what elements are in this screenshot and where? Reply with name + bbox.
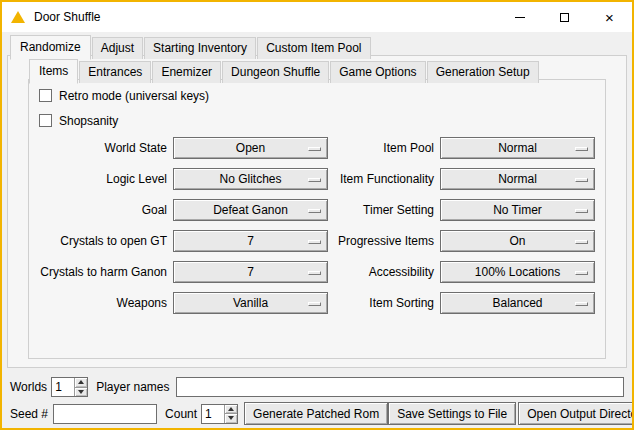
triangle-down-icon — [78, 390, 84, 394]
dropdown-indicator-icon — [308, 147, 321, 151]
maximize-button[interactable] — [542, 2, 587, 32]
spin-down-button[interactable] — [225, 413, 237, 423]
dropdown-indicator-icon — [308, 178, 321, 182]
seed-input[interactable] — [53, 404, 157, 424]
window-controls: × — [497, 2, 632, 32]
worlds-spinner[interactable] — [51, 377, 88, 397]
spin-up-button[interactable] — [225, 405, 237, 414]
item-sorting-dropdown[interactable]: Balanced — [440, 292, 595, 314]
player-names-input[interactable] — [176, 377, 625, 397]
crystals-gt-label: Crystals to open GT — [33, 230, 173, 252]
tab-custom-item-pool[interactable]: Custom Item Pool — [257, 37, 370, 59]
dropdown-indicator-icon — [575, 209, 588, 213]
dropdown-indicator-icon — [575, 240, 588, 244]
weapons-value: Vanilla — [233, 296, 268, 310]
close-icon: × — [605, 10, 614, 25]
tab-game-options[interactable]: Game Options — [330, 61, 425, 83]
item-sorting-label: Item Sorting — [328, 292, 440, 314]
tab-dungeon-shuffle[interactable]: Dungeon Shuffle — [222, 61, 329, 83]
randomize-pane: Items Entrances Enemizer Dungeon Shuffle… — [7, 55, 627, 368]
count-input[interactable] — [202, 405, 224, 423]
spin-up-button[interactable] — [75, 378, 87, 387]
titlebar[interactable]: Door Shuffle × — [2, 2, 632, 32]
seed-label: Seed # — [10, 407, 48, 421]
minimize-icon — [515, 17, 525, 18]
goal-value: Defeat Ganon — [213, 203, 288, 217]
dropdown-indicator-icon — [575, 302, 588, 306]
dropdown-indicator-icon — [575, 271, 588, 275]
generate-patched-rom-button[interactable]: Generate Patched Rom — [244, 402, 388, 425]
dropdown-indicator-icon — [575, 147, 588, 151]
goal-dropdown[interactable]: Defeat Ganon — [173, 199, 328, 221]
seed-row: Seed # Count Generate Patched Rom Save S… — [10, 402, 624, 425]
dropdown-indicator-icon — [308, 271, 321, 275]
save-settings-button[interactable]: Save Settings to File — [388, 402, 516, 425]
dropdown-indicator-icon — [308, 240, 321, 244]
timer-setting-dropdown[interactable]: No Timer — [440, 199, 595, 221]
dropdown-indicator-icon — [575, 178, 588, 182]
main-tab-bar: Randomize Adjust Starting Inventory Cust… — [10, 35, 372, 59]
worlds-label: Worlds — [10, 380, 47, 394]
dropdown-indicator-icon — [308, 209, 321, 213]
weapons-label: Weapons — [33, 292, 173, 314]
progressive-items-value: On — [509, 234, 525, 248]
item-pool-dropdown[interactable]: Normal — [440, 137, 595, 159]
accessibility-value: 100% Locations — [475, 265, 560, 279]
tab-generation-setup[interactable]: Generation Setup — [427, 61, 539, 83]
crystals-gt-dropdown[interactable]: 7 — [173, 230, 328, 252]
app-icon — [11, 11, 25, 23]
app-window: Door Shuffle × Randomize Adjust Starting… — [0, 0, 634, 430]
minimize-button[interactable] — [497, 2, 542, 32]
timer-setting-value: No Timer — [493, 203, 542, 217]
close-button[interactable]: × — [587, 2, 632, 32]
tab-randomize[interactable]: Randomize — [10, 35, 91, 60]
item-pool-label: Item Pool — [328, 137, 440, 159]
logic-level-value: No Glitches — [219, 172, 281, 186]
triangle-up-icon — [228, 407, 234, 411]
accessibility-dropdown[interactable]: 100% Locations — [440, 261, 595, 283]
item-pool-value: Normal — [498, 141, 537, 155]
worlds-input[interactable] — [52, 378, 74, 396]
retro-mode-checkbox[interactable] — [39, 89, 52, 102]
goal-label: Goal — [33, 199, 173, 221]
tab-adjust[interactable]: Adjust — [92, 37, 143, 59]
crystals-ganon-dropdown[interactable]: 7 — [173, 261, 328, 283]
world-state-label: World State — [33, 137, 173, 159]
accessibility-label: Accessibility — [328, 261, 440, 283]
output-buttons-group: Save Settings to File Open Output Direct… — [388, 402, 634, 425]
world-state-value: Open — [236, 141, 265, 155]
logic-level-label: Logic Level — [33, 168, 173, 190]
items-pane: Retro mode (universal keys) Shopsanity W… — [28, 79, 606, 359]
logic-level-dropdown[interactable]: No Glitches — [173, 168, 328, 190]
retro-mode-checkbox-row[interactable]: Retro mode (universal keys) — [39, 87, 605, 104]
window-title: Door Shuffle — [34, 10, 497, 24]
open-output-directory-button[interactable]: Open Output Directory — [518, 402, 634, 425]
shopsanity-checkbox-row[interactable]: Shopsanity — [39, 112, 605, 129]
progressive-items-label: Progressive Items — [328, 230, 440, 252]
shopsanity-checkbox[interactable] — [39, 114, 52, 127]
shopsanity-label: Shopsanity — [59, 114, 118, 128]
sub-tab-bar: Items Entrances Enemizer Dungeon Shuffle… — [29, 59, 540, 83]
progressive-items-dropdown[interactable]: On — [440, 230, 595, 252]
worlds-spin-buttons — [74, 378, 87, 396]
item-functionality-value: Normal — [498, 172, 537, 186]
count-spinner[interactable] — [201, 404, 238, 424]
tab-entrances[interactable]: Entrances — [79, 61, 151, 83]
weapons-dropdown[interactable]: Vanilla — [173, 292, 328, 314]
tab-enemizer[interactable]: Enemizer — [152, 61, 221, 83]
dropdown-indicator-icon — [308, 302, 321, 306]
timer-setting-label: Timer Setting — [328, 199, 440, 221]
retro-mode-label: Retro mode (universal keys) — [59, 89, 209, 103]
count-label: Count — [165, 407, 197, 421]
world-state-dropdown[interactable]: Open — [173, 137, 328, 159]
tab-starting-inventory[interactable]: Starting Inventory — [144, 37, 256, 59]
item-functionality-label: Item Functionality — [328, 168, 440, 190]
options-grid: World State Open Item Pool Normal Logic … — [33, 137, 605, 314]
crystals-ganon-label: Crystals to harm Ganon — [33, 261, 173, 283]
item-functionality-dropdown[interactable]: Normal — [440, 168, 595, 190]
tab-items[interactable]: Items — [29, 59, 78, 84]
player-names-label: Player names — [96, 380, 169, 394]
spin-down-button[interactable] — [75, 387, 87, 397]
item-sorting-value: Balanced — [492, 296, 542, 310]
crystals-ganon-value: 7 — [247, 265, 254, 279]
